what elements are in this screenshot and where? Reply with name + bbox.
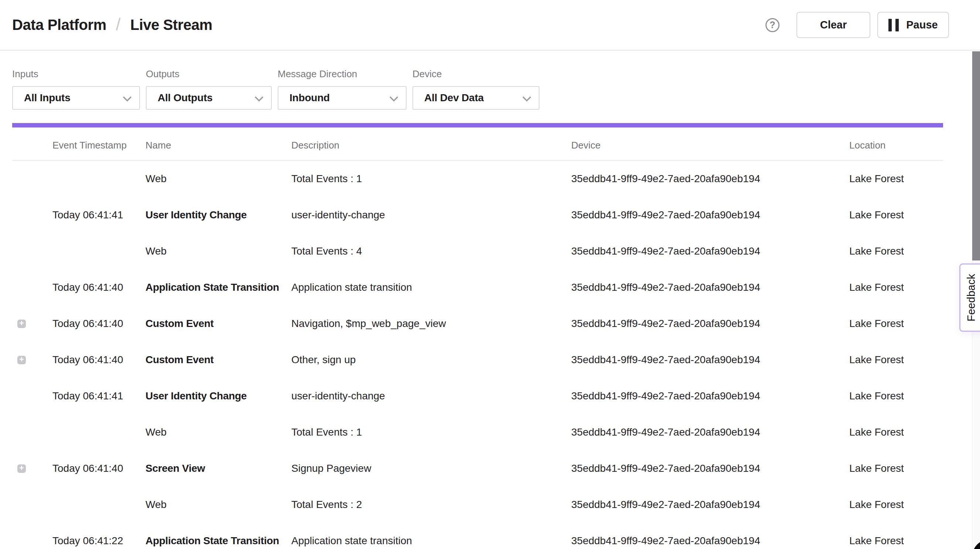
filter-group-inputs: InputsAll Inputs (12, 69, 140, 110)
table-row[interactable]: +WebTotal Events : 435eddb41-9ff9-49e2-7… (12, 233, 943, 269)
select-device[interactable]: All Dev Data (412, 86, 539, 110)
location-cell: Lake Forest (849, 354, 943, 366)
location-cell: Lake Forest (849, 463, 943, 474)
column-header-description: Description (291, 140, 571, 151)
device-id-cell: 35eddb41-9ff9-49e2-7aed-20afa90eb194 (571, 173, 849, 185)
location-cell: Lake Forest (849, 318, 943, 330)
event-name-cell: Web (145, 426, 291, 438)
clear-button[interactable]: Clear (797, 12, 870, 38)
device-id-cell: 35eddb41-9ff9-49e2-7aed-20afa90eb194 (571, 209, 849, 221)
event-description-cell: Other, sign up (291, 354, 571, 366)
select-value: Inbound (290, 92, 330, 104)
filter-group-outputs: OutputsAll Outputs (146, 69, 272, 110)
expand-cell: + (12, 283, 52, 292)
filter-bar: InputsAll InputsOutputsAll OutputsMessag… (0, 51, 980, 110)
expand-row-button[interactable]: + (18, 464, 26, 473)
pause-button-label: Pause (906, 19, 937, 31)
event-description-cell: Application state transition (291, 281, 571, 293)
table-row[interactable]: +WebTotal Events : 135eddb41-9ff9-49e2-7… (12, 414, 943, 450)
event-description-cell: Total Events : 2 (291, 499, 571, 511)
chevron-down-icon (255, 93, 264, 102)
scrollbar-thumb[interactable] (972, 51, 980, 260)
help-icon[interactable]: ? (765, 18, 780, 32)
device-id-cell: 35eddb41-9ff9-49e2-7aed-20afa90eb194 (571, 245, 849, 257)
feedback-tab-label: Feedback (965, 274, 977, 321)
event-description-cell: Total Events : 4 (291, 245, 571, 257)
filter-label: Outputs (146, 69, 272, 80)
location-cell: Lake Forest (849, 390, 943, 402)
table-row[interactable]: +Today 06:41:40Screen ViewSignup Pagevie… (12, 450, 943, 487)
filter-group-device: DeviceAll Dev Data (412, 69, 539, 110)
table-row[interactable]: +Today 06:41:41User Identity Changeuser-… (12, 197, 943, 233)
filter-label: Message Direction (278, 69, 407, 80)
event-name-cell: User Identity Change (145, 209, 291, 221)
event-timestamp-cell: Today 06:41:22 (52, 535, 145, 547)
expand-cell: + (12, 211, 52, 219)
select-outputs[interactable]: All Outputs (146, 86, 272, 110)
location-cell: Lake Forest (849, 426, 943, 438)
table-row[interactable]: +Today 06:41:22Application State Transit… (12, 523, 943, 549)
event-description-cell: Navigation, $mp_web_page_view (291, 318, 571, 330)
select-inputs[interactable]: All Inputs (12, 86, 140, 110)
location-cell: Lake Forest (849, 535, 943, 547)
event-name-cell: Custom Event (145, 354, 291, 366)
event-name-cell: Application State Transition (145, 535, 291, 547)
event-timestamp-cell: Today 06:41:40 (52, 463, 145, 474)
column-header-location: Location (849, 140, 943, 151)
table-row[interactable]: +WebTotal Events : 135eddb41-9ff9-49e2-7… (12, 161, 943, 197)
page-title: Live Stream (130, 17, 212, 33)
select-message-direction[interactable]: Inbound (278, 86, 407, 110)
expand-cell: + (12, 537, 52, 545)
pause-button[interactable]: Pause (877, 12, 949, 38)
breadcrumb-separator: / (116, 14, 121, 34)
select-value: All Outputs (158, 92, 213, 104)
select-value: All Dev Data (424, 92, 484, 104)
event-name-cell: Web (145, 173, 291, 185)
device-id-cell: 35eddb41-9ff9-49e2-7aed-20afa90eb194 (571, 354, 849, 366)
column-header-event-timestamp: Event Timestamp (52, 140, 145, 151)
expand-cell: + (12, 175, 52, 183)
event-description-cell: user-identity-change (291, 209, 571, 221)
event-name-cell: Custom Event (145, 318, 291, 330)
expand-cell: + (12, 392, 52, 401)
device-id-cell: 35eddb41-9ff9-49e2-7aed-20afa90eb194 (571, 463, 849, 474)
expand-row-button[interactable]: + (18, 319, 26, 328)
chevron-down-icon (390, 93, 398, 102)
event-timestamp-cell: Today 06:41:40 (52, 354, 145, 366)
event-timestamp-cell: Today 06:41:41 (52, 390, 145, 402)
device-id-cell: 35eddb41-9ff9-49e2-7aed-20afa90eb194 (571, 426, 849, 438)
device-id-cell: 35eddb41-9ff9-49e2-7aed-20afa90eb194 (571, 318, 849, 330)
event-name-cell: Web (145, 499, 291, 511)
location-cell: Lake Forest (849, 245, 943, 257)
location-cell: Lake Forest (849, 209, 943, 221)
event-name-cell: Screen View (145, 463, 291, 474)
location-cell: Lake Forest (849, 173, 943, 185)
expand-row-button[interactable]: + (18, 356, 26, 364)
event-timestamp-cell: Today 06:41:40 (52, 281, 145, 293)
table-row[interactable]: +WebTotal Events : 235eddb41-9ff9-49e2-7… (12, 487, 943, 523)
filter-label: Device (412, 69, 539, 80)
table-row[interactable]: +Today 06:41:40Custom EventOther, sign u… (12, 342, 943, 378)
event-name-cell: Application State Transition (145, 281, 291, 293)
filter-label: Inputs (12, 69, 140, 80)
event-description-cell: Total Events : 1 (291, 173, 571, 185)
live-stream-progress-bar (12, 123, 943, 128)
feedback-tab[interactable]: Feedback (959, 263, 980, 332)
expand-cell: + (12, 464, 52, 473)
column-header-name: Name (145, 140, 291, 151)
expand-cell: + (12, 428, 52, 437)
breadcrumb-data-platform[interactable]: Data Platform (12, 17, 107, 33)
table-row[interactable]: +Today 06:41:41User Identity Changeuser-… (12, 378, 943, 414)
chevron-down-icon (123, 93, 132, 102)
expand-cell: + (12, 247, 52, 256)
expand-cell: + (12, 319, 52, 328)
table-row[interactable]: +Today 06:41:40Application State Transit… (12, 269, 943, 306)
expand-cell: + (12, 356, 52, 364)
event-description-cell: user-identity-change (291, 390, 571, 402)
table-row[interactable]: +Today 06:41:40Custom EventNavigation, $… (12, 306, 943, 342)
app-header: Data Platform / Live Stream ? Clear Paus… (0, 0, 980, 51)
column-header-device: Device (571, 140, 849, 151)
device-id-cell: 35eddb41-9ff9-49e2-7aed-20afa90eb194 (571, 499, 849, 511)
event-name-cell: Web (145, 245, 291, 257)
event-description-cell: Signup Pageview (291, 463, 571, 474)
